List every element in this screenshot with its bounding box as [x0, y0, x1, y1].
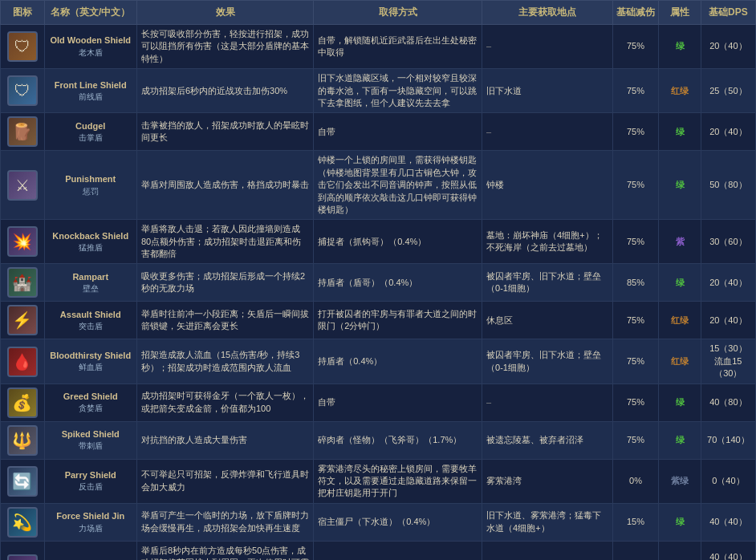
shield-name-en: Spiked Shield [49, 428, 132, 440]
shield-location: 钟楼 [482, 151, 613, 220]
shield-name-en: Parry Shield [49, 469, 132, 481]
shield-obtain: 旧下水道隐藏区域，一个相对较窄且较深的毒水池，下面有一块隐藏空间，可以跳下去拿图… [314, 69, 482, 113]
shield-effect: 举盾可产生一个临时的力场，放下盾牌时力场会缓慢再生，成功招架会加快再生速度 [136, 503, 313, 541]
shield-base-dps: 20（40） [701, 264, 755, 302]
shield-icon: 🔱 [7, 425, 38, 456]
shield-base-dmg: 75% [612, 25, 659, 69]
shield-name-en: Punishment [49, 173, 132, 185]
shield-name-cn: 贪婪盾 [49, 403, 132, 414]
shield-name-cn: 惩罚 [49, 186, 132, 197]
shield-base-dps: 30（60） [701, 220, 755, 264]
shield-effect: 成功招架后6秒内的近战攻击加伤30% [136, 69, 313, 113]
shield-icon: 🩸 [7, 347, 38, 377]
shield-icon: ⚡ [7, 554, 38, 560]
shield-icon: ⚔ [7, 170, 38, 201]
shield-base-dmg: 15% [612, 503, 659, 541]
shield-attr: 绿 [659, 113, 701, 151]
shield-base-dps: 20（40） [701, 25, 755, 69]
shield-icon: 🏰 [7, 267, 38, 298]
shield-location: – [482, 113, 613, 151]
shield-name-en: Rampart [49, 271, 132, 283]
shield-name-en: Front Line Shield [49, 79, 132, 91]
shield-effect: 吸收更多伤害；成功招架后形成一个持续2秒的无敌力场 [136, 264, 313, 302]
shield-location: – [482, 383, 613, 421]
shield-base-dmg: 85% [612, 264, 659, 302]
shield-base-dmg: 75% [612, 421, 659, 459]
shield-attr: 紫 [659, 541, 701, 560]
shield-base-dmg: 75% [612, 113, 659, 151]
shield-icon: 💫 [7, 507, 38, 538]
shield-effect: 对抗挡的敌人造成大量伤害 [136, 421, 313, 459]
shield-attr: 紫绿 [659, 459, 701, 503]
shield-name-cn: 壁垒 [49, 283, 132, 294]
shield-name-cn: 突击盾 [49, 321, 132, 332]
shield-location: 被囚者牢房、旧下水道；壁垒（0-1细胞） [482, 264, 613, 302]
shield-obtain: 守卫者（绳僵剑圣）（100%） [314, 541, 482, 560]
table-row: 🔄Parry Shield反击盾不可举起只可招架，反弹炸弹和飞行道具时会加大威力… [1, 459, 756, 503]
shield-icon-cell: 💥 [1, 220, 45, 264]
shield-attr: 绿 [659, 151, 701, 220]
header-effect: 效果 [136, 1, 313, 25]
shield-name-en: Assault Shield [49, 309, 132, 321]
shield-base-dps: 40（80） [701, 383, 755, 421]
shield-base-dps: 25（50） [701, 69, 755, 113]
shield-icon-cell: 🏰 [1, 264, 45, 302]
shield-obtain: 捕捉者（抓钩哥）（0.4%） [314, 220, 482, 264]
shield-name-en: Force Shield Jin [49, 510, 132, 522]
shield-name-cell: Knockback Shield猛推盾 [44, 220, 136, 264]
shield-effect: 举盾将敌人击退；若敌人因此撞墙则造成80点额外伤害；成功招架时击退距离和伤害都翻… [136, 220, 313, 264]
table-row: 🪵Cudgel击掌盾击掌被挡的敌人，招架成功时敌人的晕眩时间更长自带–75%绿2… [1, 113, 756, 151]
shield-icon-cell: 🩸 [1, 339, 45, 383]
table-row: 🛡Old Wooden Shield老木盾长按可吸收部分伤害，轻按进行招架，成功… [1, 25, 756, 69]
header-name: 名称（英文/中文） [44, 1, 136, 25]
shield-name-cn: 反击盾 [49, 481, 132, 493]
shield-effect: 举盾后8秒内在前方造成每秒50点伤害，成功招架将范围扩大到周围，再次使用时可震掌… [136, 541, 313, 560]
shield-name-cell: Thunder Shield雷盾（巨人触发） [44, 541, 136, 560]
shield-base-dmg: 75% [612, 220, 659, 264]
shield-location: 被遗忘陵墓、被弃者沼泽 [482, 421, 613, 459]
header-icon: 图标 [1, 1, 45, 25]
shield-attr: 绿 [659, 383, 701, 421]
shield-base-dmg: 75% [612, 302, 659, 339]
shield-icon-cell: 🔱 [1, 421, 45, 459]
shield-name-cell: Old Wooden Shield老木盾 [44, 25, 136, 69]
shield-name-cn: 力场盾 [49, 523, 132, 534]
shield-effect: 招架造成敌人流血（15点伤害/秒，持续3秒）；招架成功时造成范围内敌人流血 [136, 339, 313, 383]
header-obtain: 取得方式 [314, 1, 482, 25]
header-attr: 属性 [659, 1, 701, 25]
shield-name-cell: Parry Shield反击盾 [44, 459, 136, 503]
shield-name-cell: Assault Shield突击盾 [44, 302, 136, 339]
shield-obtain: 钟楼一个上锁的房间里，需获得钟楼钥匙（钟楼地图背景里有几口古铜色大钟，攻击它们会… [314, 151, 482, 220]
shield-effect: 长按可吸收部分伤害，轻按进行招架，成功可以阻挡所有伤害（这是大部分盾牌的基本特性… [136, 25, 313, 69]
shield-attr: 绿 [659, 503, 701, 541]
shield-attr: 红绿 [659, 69, 701, 113]
shield-location: 墓地：崩坏神庙（4细胞+）；不死海岸（之前去过墓地） [482, 220, 613, 264]
table-row: 🔱Spiked Shield带刺盾对抗挡的敌人造成大量伤害碎肉者（怪物）（飞斧哥… [1, 421, 756, 459]
shield-location: 旧下水道 [482, 69, 613, 113]
shield-icon-cell: ⚡ [1, 541, 45, 560]
table-row: ⚔Punishment惩罚举盾对周围敌人造成伤害，格挡成功时暴击钟楼一个上锁的房… [1, 151, 756, 220]
shield-effect: 不可举起只可招架，反弹炸弹和飞行道具时会加大威力 [136, 459, 313, 503]
table-row: ⚡Thunder Shield雷盾（巨人触发）举盾后8秒内在前方造成每秒50点伤… [1, 541, 756, 560]
shield-name-cn: 前线盾 [49, 91, 132, 103]
shield-obtain: 打开被囚者的牢房与有罪者大道之间的时限门（2分钟门） [314, 302, 482, 339]
shield-name-cell: Spiked Shield带刺盾 [44, 421, 136, 459]
shield-obtain: 持盾者（0.4%） [314, 339, 482, 383]
shield-name-cell: Force Shield Jin力场盾 [44, 503, 136, 541]
table-row: 💰Greed Shield贪婪盾成功招架时可获得金牙（一个敌人一枚），或把箭矢变… [1, 383, 756, 421]
shield-base-dps: 40（40） [701, 503, 755, 541]
shield-base-dmg: 75% [612, 69, 659, 113]
shield-name-cell: Punishment惩罚 [44, 151, 136, 220]
shield-base-dmg: 0% [612, 459, 659, 503]
shield-name-en: Old Wooden Shield [49, 34, 132, 47]
shield-icon: 🔄 [7, 466, 38, 497]
shield-effect: 举盾对周围敌人造成伤害，格挡成功时暴击 [136, 151, 313, 220]
shield-name-cell: Rampart壁垒 [44, 264, 136, 302]
shield-base-dps: 0（40） [701, 459, 755, 503]
shield-base-dmg: 75% [612, 383, 659, 421]
shield-base-dmg: 75% [612, 339, 659, 383]
shield-effect: 举盾时往前冲一小段距离；矢盾后一瞬间拔箭锁键，矢进距离会更长 [136, 302, 313, 339]
shield-location: 休息区 [482, 302, 613, 339]
shield-base-dmg: 75% [612, 151, 659, 220]
shield-attr: 绿 [659, 25, 701, 69]
